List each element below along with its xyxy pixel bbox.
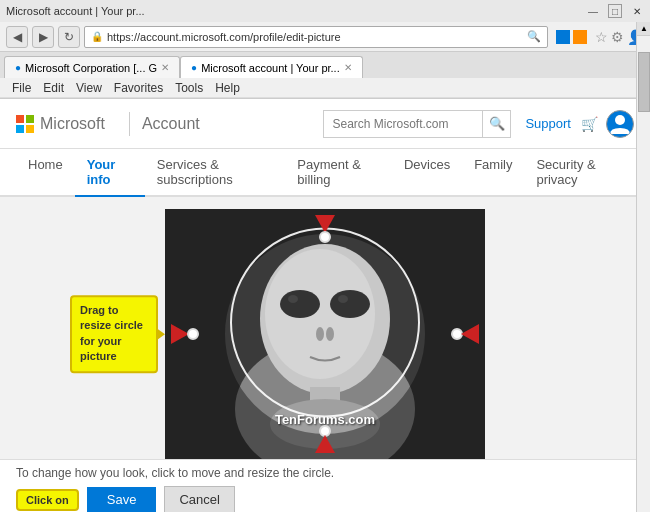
arrow-up-icon — [315, 435, 335, 453]
back-button[interactable]: ◀ — [6, 26, 28, 48]
tab-devices[interactable]: Devices — [392, 149, 462, 197]
svg-marker-15 — [315, 435, 335, 453]
scrollbar-thumb[interactable] — [638, 52, 650, 112]
menu-edit[interactable]: Edit — [37, 80, 70, 96]
tab-close-1[interactable]: ✕ — [161, 62, 169, 73]
main-content: TenForums.com Drag to resize circle for … — [0, 197, 650, 459]
tab-ms-corp[interactable]: ● Microsoft Corporation [... G ✕ — [4, 56, 180, 78]
tooltip-arrow — [158, 329, 165, 339]
search-area: 🔍 — [323, 110, 511, 138]
cart-icon[interactable]: 🛒 — [581, 116, 598, 132]
maximize-button[interactable]: □ — [608, 4, 622, 18]
menu-tools[interactable]: Tools — [169, 80, 209, 96]
scrollbar-up-button[interactable]: ▲ — [637, 22, 650, 36]
tab-family[interactable]: Family — [462, 149, 524, 197]
image-editor[interactable]: TenForums.com Drag to resize circle for … — [165, 209, 485, 459]
browser-tab-bar: ● Microsoft Corporation [... G ✕ ● Micro… — [0, 52, 650, 78]
cancel-button[interactable]: Cancel — [164, 486, 234, 512]
favicon1 — [556, 30, 570, 44]
menu-bar: File Edit View Favorites Tools Help — [0, 78, 650, 98]
menu-file[interactable]: File — [6, 80, 37, 96]
bottom-area: To change how you look, click to move an… — [0, 459, 650, 512]
favorites-star-icon[interactable]: ☆ — [595, 29, 608, 45]
user-avatar[interactable] — [606, 110, 634, 138]
window-controls: — □ ✕ — [586, 4, 644, 18]
forward-button[interactable]: ▶ — [32, 26, 54, 48]
ms-logo-text: Microsoft — [40, 115, 105, 133]
ms-logo-blue — [16, 125, 24, 133]
tab-services[interactable]: Services & subscriptions — [145, 149, 285, 197]
support-link[interactable]: Support — [525, 116, 571, 131]
search-button[interactable]: 🔍 — [483, 110, 511, 138]
avatar-icon — [608, 112, 632, 136]
resize-tooltip: Drag to resize circle for your picture — [70, 295, 158, 373]
tab-security[interactable]: Security & privacy — [524, 149, 634, 197]
minimize-button[interactable]: — — [586, 4, 600, 18]
favicon2 — [573, 30, 587, 44]
ms-logo-yellow — [26, 125, 34, 133]
close-button[interactable]: ✕ — [630, 4, 644, 18]
scrollbar: ▲ — [636, 22, 650, 512]
ms-logo-red — [16, 115, 24, 123]
handle-top[interactable] — [319, 231, 331, 243]
nav-tabs: Home Your info Services & subscriptions … — [0, 149, 650, 197]
favorites-area — [556, 30, 587, 44]
ms-logo: Microsoft — [16, 115, 117, 133]
header-divider — [129, 112, 130, 136]
search-input[interactable] — [323, 110, 483, 138]
action-row: Click on Save Cancel — [16, 486, 634, 512]
save-button[interactable]: Save — [87, 487, 157, 512]
hint-text: To change how you look, click to move an… — [16, 466, 634, 480]
url-text: https://account.microsoft.com/profile/ed… — [107, 31, 523, 43]
left-handle-group — [171, 324, 199, 344]
address-bar[interactable]: 🔒 https://account.microsoft.com/profile/… — [84, 26, 548, 48]
tab-payment[interactable]: Payment & billing — [285, 149, 392, 197]
click-on-tooltip: Click on — [16, 489, 79, 511]
tab-your-info[interactable]: Your info — [75, 149, 145, 197]
refresh-button[interactable]: ↻ — [58, 26, 80, 48]
settings-icon[interactable]: ⚙ — [611, 29, 624, 45]
svg-point-0 — [615, 115, 625, 125]
lock-icon: 🔒 — [91, 31, 103, 42]
ms-logo-squares — [16, 115, 34, 133]
menu-favorites[interactable]: Favorites — [108, 80, 169, 96]
window-title: Microsoft account | Your pr... — [6, 5, 145, 17]
menu-view[interactable]: View — [70, 80, 108, 96]
address-search-icon: 🔍 — [527, 30, 541, 43]
svg-point-13 — [225, 234, 425, 434]
right-handle-group — [451, 324, 479, 344]
top-handle-group — [315, 215, 335, 243]
title-bar: Microsoft account | Your pr... — □ ✕ ◀ ▶… — [0, 0, 650, 99]
tab-home[interactable]: Home — [16, 149, 75, 197]
arrow-left-icon — [461, 324, 479, 344]
browser-toolbar: ◀ ▶ ↻ 🔒 https://account.microsoft.com/pr… — [0, 22, 650, 52]
ms-header: Microsoft Account 🔍 Support 🛒 — [0, 99, 650, 149]
ms-logo-green — [26, 115, 34, 123]
tab-close-2[interactable]: ✕ — [344, 62, 352, 73]
svg-marker-17 — [461, 324, 479, 344]
editor-container: TenForums.com Drag to resize circle for … — [16, 209, 634, 459]
account-label: Account — [142, 115, 200, 133]
handle-left[interactable] — [187, 328, 199, 340]
bottom-handle-group — [315, 425, 335, 453]
tab-ms-account[interactable]: ● Microsoft account | Your pr... ✕ — [180, 56, 363, 78]
menu-help[interactable]: Help — [209, 80, 246, 96]
